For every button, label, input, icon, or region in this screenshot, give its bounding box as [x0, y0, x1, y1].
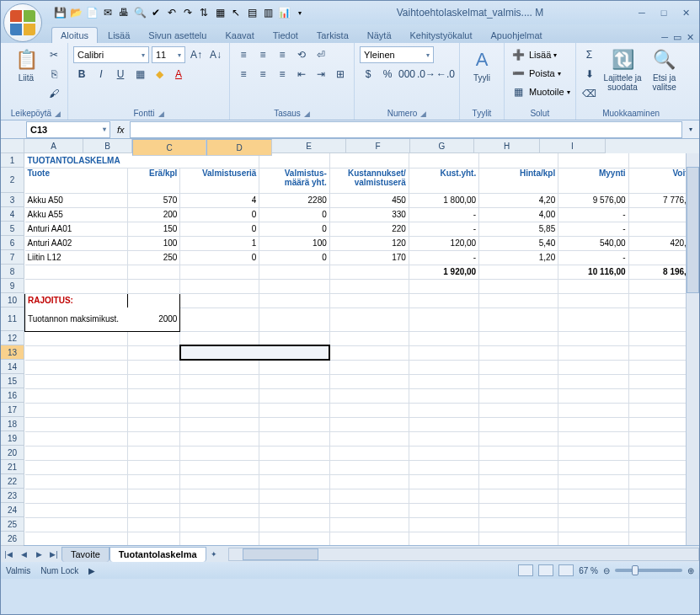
row-header[interactable]: 9: [1, 279, 24, 293]
maximize-button[interactable]: □: [655, 6, 672, 19]
font-size-select[interactable]: 11▾: [152, 46, 185, 63]
sheet-tab-tuotantolaskelma[interactable]: Tuotantolaskelma: [110, 547, 206, 562]
table-icon[interactable]: ▤: [245, 6, 259, 19]
row-header[interactable]: 10: [1, 293, 24, 308]
column-header[interactable]: C: [132, 139, 206, 156]
zoom-out-button[interactable]: ⊖: [603, 566, 610, 575]
format-painter-icon[interactable]: 🖌: [45, 85, 62, 102]
number-launcher[interactable]: ◢: [420, 110, 426, 118]
row-header[interactable]: 11: [1, 308, 24, 331]
sheet-nav-last-icon[interactable]: ▶|: [46, 547, 61, 562]
font-color-button[interactable]: A: [170, 66, 187, 83]
decrease-font-icon[interactable]: A↓: [207, 46, 224, 63]
percent-icon[interactable]: %: [379, 66, 396, 83]
cell-styles-button[interactable]: A Tyyli: [465, 46, 499, 84]
expand-formula-icon[interactable]: ▾: [682, 121, 699, 138]
tab-kaavat[interactable]: Kaavat: [216, 28, 262, 43]
row-header[interactable]: 24: [1, 503, 24, 517]
border-button[interactable]: ▦: [131, 66, 148, 83]
row-header[interactable]: 3: [1, 193, 24, 207]
formula-input[interactable]: [130, 121, 682, 138]
column-header[interactable]: H: [474, 139, 540, 153]
column-header[interactable]: A: [24, 139, 83, 153]
fx-icon[interactable]: fx: [117, 125, 125, 135]
row-header[interactable]: 8: [1, 265, 24, 279]
chart2-icon[interactable]: 📊: [277, 6, 291, 19]
tab-lisaa[interactable]: Lisää: [99, 28, 138, 43]
office-button[interactable]: [3, 3, 42, 42]
zoom-slider[interactable]: [615, 569, 682, 572]
align-left-icon[interactable]: ≡: [235, 66, 252, 83]
orientation-icon[interactable]: ⟲: [293, 46, 310, 63]
save-icon[interactable]: 💾: [53, 6, 67, 19]
paste-button[interactable]: 📋 Liitä: [9, 46, 43, 84]
column-header[interactable]: B: [83, 139, 132, 153]
row-header[interactable]: 2: [1, 168, 24, 193]
zoom-in-button[interactable]: ⊕: [687, 566, 694, 575]
bold-button[interactable]: B: [73, 66, 90, 83]
row-header[interactable]: 7: [1, 250, 24, 265]
indent-inc-icon[interactable]: ⇥: [313, 66, 329, 83]
view-pagebreak-button[interactable]: [558, 564, 574, 576]
row-header[interactable]: 25: [1, 517, 24, 532]
tab-sivun-asettelu[interactable]: Sivun asettelu: [140, 28, 215, 43]
increase-decimal-icon[interactable]: .0→: [418, 66, 435, 83]
sheet-nav-prev-icon[interactable]: ◀: [16, 547, 31, 562]
find-select-button[interactable]: 🔍 Etsi ja valitse: [648, 46, 681, 94]
column-header[interactable]: D: [206, 139, 272, 156]
row-header[interactable]: 23: [1, 489, 24, 503]
row-header[interactable]: 1: [1, 153, 24, 168]
pointer-icon[interactable]: ↖: [229, 6, 243, 19]
clipboard-launcher[interactable]: ◢: [55, 110, 61, 118]
close-button[interactable]: ✕: [677, 6, 694, 19]
chart-icon[interactable]: ▦: [213, 6, 227, 19]
row-header[interactable]: 18: [1, 417, 24, 431]
undo-icon[interactable]: ↶: [165, 6, 179, 19]
sort-filter-button[interactable]: 🔃 Lajittele ja suodata: [601, 46, 645, 94]
align-bottom-icon[interactable]: ≡: [274, 46, 291, 63]
sheet-nav-first-icon[interactable]: |◀: [1, 547, 16, 562]
doc-restore-button[interactable]: ▭: [673, 32, 681, 43]
comma-icon[interactable]: 000: [398, 66, 415, 83]
autosum-icon[interactable]: Σ: [581, 46, 598, 63]
macro-record-icon[interactable]: ▶: [88, 566, 95, 575]
tab-apuohjelmat[interactable]: Apuohjelmat: [483, 28, 551, 43]
underline-button[interactable]: U: [112, 66, 129, 83]
row-header[interactable]: 20: [1, 446, 24, 460]
row-header[interactable]: 12: [1, 331, 24, 345]
tab-tiedot[interactable]: Tiedot: [265, 28, 307, 43]
view-layout-button[interactable]: [538, 564, 553, 576]
delete-button[interactable]: ➖Poista▾: [510, 65, 561, 82]
spell-icon[interactable]: ✔: [149, 6, 163, 19]
table2-icon[interactable]: ▥: [261, 6, 275, 19]
cell-grid[interactable]: TUOTANTOLASKELMATuoteErä/kplValmistuseri…: [24, 153, 699, 545]
align-top-icon[interactable]: ≡: [235, 46, 252, 63]
fill-color-button[interactable]: ◆: [151, 66, 168, 83]
minimize-button[interactable]: ─: [633, 6, 650, 19]
name-box[interactable]: C13▾: [26, 121, 110, 138]
column-header[interactable]: F: [346, 139, 410, 153]
redo-icon[interactable]: ↷: [181, 6, 195, 19]
wrap-text-icon[interactable]: ⏎: [313, 46, 329, 63]
number-format-select[interactable]: Yleinen▾: [360, 46, 434, 63]
row-header[interactable]: 22: [1, 474, 24, 489]
row-header[interactable]: 17: [1, 403, 24, 417]
clear-icon[interactable]: ⌫: [581, 85, 598, 102]
decrease-decimal-icon[interactable]: ←.0: [437, 66, 454, 83]
font-launcher[interactable]: ◢: [158, 110, 164, 118]
row-header[interactable]: 21: [1, 460, 24, 474]
align-right-icon[interactable]: ≡: [274, 66, 291, 83]
fill-icon[interactable]: ⬇: [581, 66, 598, 83]
horizontal-scrollbar[interactable]: [228, 548, 699, 561]
tab-aloitus[interactable]: Aloitus: [51, 27, 98, 43]
doc-close-button[interactable]: ✕: [687, 32, 694, 43]
doc-minimize-button[interactable]: ─: [661, 32, 668, 43]
sheet-tab-tavoite[interactable]: Tavoite: [61, 547, 110, 562]
mail-icon[interactable]: ✉: [101, 6, 115, 19]
sheet-nav-next-icon[interactable]: ▶: [31, 547, 46, 562]
italic-button[interactable]: I: [93, 66, 110, 83]
column-header[interactable]: I: [540, 139, 606, 153]
preview-icon[interactable]: 🔍: [133, 6, 147, 19]
new-icon[interactable]: 📄: [85, 6, 99, 19]
row-header[interactable]: 6: [1, 236, 24, 250]
